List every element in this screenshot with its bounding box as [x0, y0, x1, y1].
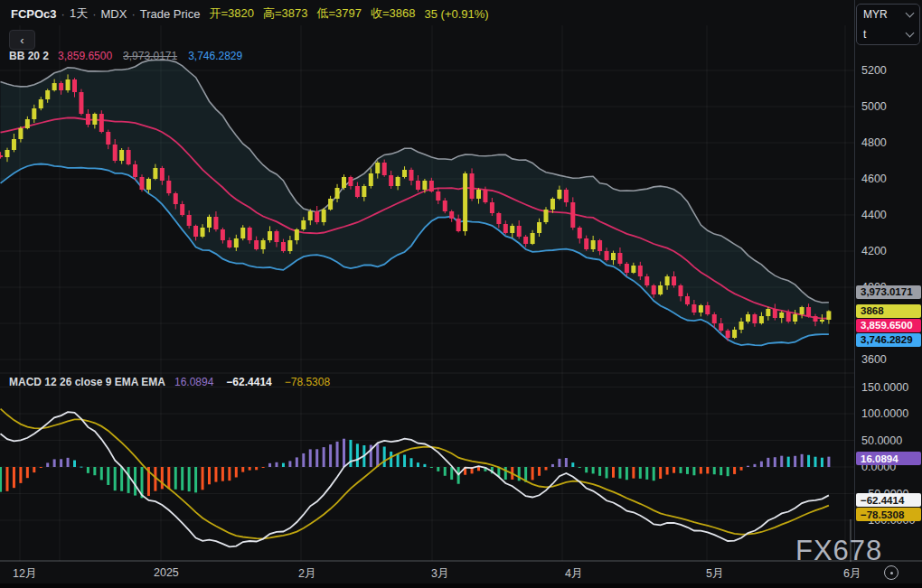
axis-tick-label: 150.0000 — [861, 381, 908, 394]
currency-dropdown[interactable]: MYR — [857, 5, 919, 24]
axis-tick-label: 3600 — [861, 353, 887, 366]
axis-tick-label: 50.0000 — [861, 434, 902, 447]
high-value: 高=3873 — [263, 5, 308, 22]
axis-tick-label: 100.0000 — [861, 407, 908, 420]
time-axis-label: 6月 — [843, 566, 861, 582]
currency-value: MYR — [863, 8, 888, 21]
macd-title: MACD 12 26 close 9 EMA EMA — [9, 376, 165, 388]
macd-hist-value: 16.0894 — [174, 376, 213, 388]
back-button[interactable]: ‹ — [9, 30, 35, 50]
price-label-badge: 3,973.0171 — [856, 285, 921, 299]
time-axis[interactable]: 12月20252月3月4月5月6月 — [0, 562, 922, 583]
bb-upper-value: 3,973.0171 — [123, 50, 177, 62]
time-axis-label: 4月 — [565, 566, 582, 582]
unit-dropdown[interactable]: t — [857, 24, 919, 44]
separator: · — [131, 7, 135, 21]
macd-indicator-row[interactable]: MACD 12 26 close 9 EMA EMA 16.0894 −62.4… — [9, 376, 330, 388]
open-value: 开=3820 — [209, 5, 254, 22]
price-label-badge: −62.4414 — [856, 493, 921, 507]
scroll-to-current-icon[interactable] — [884, 565, 898, 580]
bollinger-bands — [1, 60, 829, 345]
price-axis[interactable]: 520050004800460044004200400038003600150.… — [854, 0, 922, 562]
axis-tick-label: 5000 — [861, 100, 887, 113]
bb-basis-value: 3,859.6500 — [58, 50, 112, 62]
separator: · — [61, 7, 65, 21]
series-type-label: Trade Price — [140, 7, 201, 21]
axis-tick-label: 4600 — [861, 173, 887, 185]
macd-signal-value: −78.5308 — [285, 376, 330, 388]
bb-title: BB 20 2 — [9, 50, 49, 62]
chevron-down-icon — [906, 29, 915, 38]
macd-lines — [1, 409, 829, 547]
price-label-badge: 3868 — [856, 304, 921, 318]
pane-borders — [0, 373, 922, 583]
bb-indicator-row[interactable]: BB 20 2 3,859.6500 3,973.0171 3,746.2829 — [9, 50, 242, 62]
chevron-down-icon — [906, 9, 915, 18]
price-label-badge: 16.0894 — [856, 452, 921, 465]
time-axis-label: 12月 — [13, 566, 36, 582]
separator: · — [92, 7, 96, 21]
axis-tick-label: 4200 — [861, 245, 887, 257]
chart-canvas[interactable] — [0, 0, 922, 588]
exchange-label: MDX — [101, 7, 127, 21]
interval-label: 1天 — [70, 5, 88, 22]
symbol-name: FCPOc3 — [11, 7, 57, 21]
price-label-badge: 3,746.2829 — [856, 333, 921, 347]
symbol-header[interactable]: FCPOc3 · 1天 · MDX · Trade Price 开=3820 高… — [11, 5, 489, 22]
unit-value: t — [863, 28, 866, 41]
time-axis-label: 2025 — [154, 566, 179, 579]
axis-tick-label: 4400 — [861, 209, 887, 221]
time-axis-label: 2月 — [298, 566, 315, 582]
time-axis-label: 3月 — [431, 566, 448, 582]
axis-tick-label: 4800 — [861, 136, 887, 149]
macd-line-value: −62.4414 — [226, 376, 271, 388]
price-label-badge: −78.5308 — [856, 508, 921, 521]
change-value: 35 (+0.91%) — [425, 7, 489, 21]
trading-chart-app: FX678 FCPOc3 · 1天 · MDX · Trade Price 开=… — [0, 0, 922, 588]
price-label-badge: 3,859.6500 — [856, 319, 921, 332]
axis-tick-label: 5200 — [861, 64, 887, 77]
chevron-left-icon: ‹ — [20, 33, 24, 47]
currency-unit-selector: MYR t — [856, 4, 920, 45]
bottom-strip — [0, 583, 922, 588]
close-value: 收=3868 — [371, 5, 416, 22]
low-value: 低=3797 — [316, 5, 362, 22]
time-axis-label: 5月 — [706, 566, 723, 582]
bb-lower-value: 3,746.2829 — [188, 50, 242, 62]
